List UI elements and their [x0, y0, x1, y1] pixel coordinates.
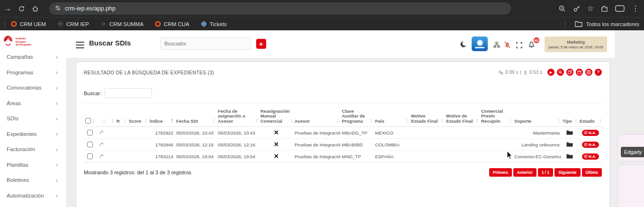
sidebar-item-facturacion[interactable]: Facturación›: [0, 142, 66, 157]
site-settings-icon[interactable]: [55, 4, 61, 13]
pagination-first-button[interactable]: Primera: [489, 168, 512, 177]
row-checkbox[interactable]: [87, 153, 93, 159]
dark-mode-icon[interactable]: [460, 41, 467, 48]
forward-icon[interactable]: →: [4, 5, 11, 12]
calendar-button[interactable]: [576, 69, 583, 76]
sort-icon: ▲▼: [337, 119, 339, 124]
notifications-bell-icon[interactable]: 43: [528, 40, 536, 50]
page: Instituto Europeo de Posgrado Buscar SDI…: [0, 30, 644, 207]
chevron-right-icon: ›: [56, 115, 58, 122]
browser-menu-icon[interactable]: ⋮: [632, 5, 639, 12]
col-soporte[interactable]: Soporte▲▼: [513, 103, 561, 127]
sidebar-item-areas[interactable]: Áreas›: [0, 96, 66, 111]
folder-icon[interactable]: [566, 130, 573, 135]
col-select-all[interactable]: ▲▼: [84, 103, 96, 127]
cell-clave: MND_TP: [340, 151, 374, 162]
home-icon[interactable]: [32, 5, 39, 12]
col-r[interactable]: R▲▼: [115, 103, 127, 127]
sitemap-icon[interactable]: [493, 42, 500, 48]
col-clave[interactable]: Clave Auxiliar de Programa▲▼: [340, 103, 374, 127]
row-checkbox[interactable]: [87, 130, 93, 135]
col-pais[interactable]: País▲▼: [374, 103, 410, 127]
iep-logo-text: Instituto Europeo de Posgrado: [16, 37, 31, 46]
zoom-icon[interactable]: [558, 5, 566, 12]
address-bar[interactable]: crm-iep.es/app.php: [49, 2, 511, 15]
pagination: Primera Anterior 1 / 1 Siguiente Último: [489, 168, 602, 177]
folder-icon[interactable]: [566, 153, 573, 159]
help-button[interactable]: ?: [595, 69, 602, 76]
global-search-input[interactable]: [160, 37, 251, 50]
sidebar-item-programas[interactable]: Programas›: [0, 65, 66, 81]
bookmark-crm-uem[interactable]: CRM UEM: [11, 21, 46, 27]
chevron-right-icon: ›: [56, 84, 58, 91]
sort-icon-active: ▲▼: [171, 119, 173, 124]
sidebar-item-campanas[interactable]: Campañas›: [0, 49, 66, 65]
all-bookmarks-button[interactable]: Todos los marcadores: [586, 21, 640, 27]
sidebar-item-plantillas[interactable]: Plantillas›: [0, 157, 66, 173]
run-button[interactable]: ▶: [547, 69, 555, 76]
cell-fecha-asignacion: 05/03/2026, 12:16: [216, 139, 259, 151]
notifications-muted-icon[interactable]: [504, 41, 511, 48]
iep-logo[interactable]: Instituto Europeo de Posgrado: [2, 35, 31, 49]
col-fecha-sdi[interactable]: Fecha SDI▲▼: [175, 103, 216, 127]
sidebar-item-automatizacion[interactable]: Automatización›: [0, 188, 66, 204]
sort-icon: ▲▼: [124, 119, 126, 124]
menu-toggle-icon[interactable]: [76, 42, 84, 50]
table-row[interactable]: 1783214 05/03/2026, 19:04 05/03/2026, 19…: [84, 151, 603, 162]
col-indice[interactable]: Índice▲▼: [148, 103, 175, 127]
col-action[interactable]: ▲▼: [96, 103, 107, 127]
table-row[interactable]: 1782922 05/03/2026, 10:43 05/03/2026, 10…: [84, 127, 603, 139]
refresh-icon[interactable]: [18, 5, 25, 12]
select-all-checkbox[interactable]: [85, 118, 91, 124]
sidebar-item-expedientes[interactable]: Expedientes›: [0, 126, 66, 142]
row-action-icon[interactable]: [99, 130, 104, 135]
table-filter-input[interactable]: [105, 88, 152, 98]
pagination-next-button[interactable]: Siguiente: [555, 168, 580, 177]
bookmark-crm-iep[interactable]: CRM IEP: [57, 21, 89, 27]
media-card-icon[interactable]: [615, 5, 625, 12]
col-tipo[interactable]: Tipo▲▼: [561, 103, 578, 127]
session-date: jueves, 5 de marzo de 2026, 19:05: [548, 45, 603, 49]
col-comercial-previo[interactable]: Comercial Previo Recupón▲▼: [480, 103, 513, 127]
pagination-current-page[interactable]: 1 / 1: [538, 168, 554, 177]
brand-tile-icon[interactable]: [472, 36, 488, 51]
row-action-icon[interactable]: [99, 154, 104, 158]
fullscreen-icon[interactable]: [516, 42, 522, 48]
col-motivo-estado[interactable]: Motivo Estado Final▲▼: [410, 103, 445, 127]
bookmark-tickets[interactable]: Tickets: [201, 21, 227, 27]
sidebar-item-sdis[interactable]: SDIs›: [0, 111, 66, 126]
row-checkbox[interactable]: [87, 142, 93, 147]
col-estado[interactable]: Estado▲▼: [578, 103, 603, 127]
bookmark-crm-summa[interactable]: CRM SUMMA: [100, 21, 143, 27]
col-motivo-de-estado[interactable]: Motivo de Estado Final▲▼: [445, 103, 480, 127]
bookmark-star-icon[interactable]: ☆: [587, 5, 594, 12]
side-widget-name-tag[interactable]: Edgarly: [621, 147, 644, 157]
session-info-box[interactable]: Marketing jueves, 5 de marzo de 2026, 19…: [545, 36, 607, 52]
add-button[interactable]: +: [256, 39, 266, 49]
col-blank[interactable]: ▲▼: [107, 103, 115, 127]
passkey-icon[interactable]: [573, 5, 580, 12]
cell-asesor: Pruebas de Integración: [293, 127, 340, 139]
search-results-button[interactable]: [557, 69, 564, 76]
chevron-right-icon: ›: [56, 130, 58, 137]
pagination-prev-button[interactable]: Anterior: [513, 168, 537, 177]
copy-button[interactable]: [566, 69, 573, 76]
sidebar-item-boletines[interactable]: Boletines›: [0, 172, 66, 188]
query-timing: 0.99 s | 0.53 s: [498, 70, 542, 75]
col-asesor[interactable]: Asesor▲▼: [293, 103, 340, 127]
col-fecha-asignacion[interactable]: Fecha de asignación a Asesor▲▼: [216, 103, 259, 127]
session-user: Marketing: [567, 40, 584, 45]
folder-icon[interactable]: [566, 142, 573, 147]
row-action-icon[interactable]: [99, 142, 104, 146]
col-score[interactable]: Score▲▼: [127, 103, 148, 127]
url-text[interactable]: crm-iep.es/app.php: [65, 5, 116, 12]
table-row[interactable]: 1782946 05/03/2026, 12:16 05/03/2026, 12…: [84, 139, 603, 151]
save-button[interactable]: [585, 69, 592, 76]
col-reasignacion[interactable]: Reasignación Manual Comercial▲▼: [259, 103, 293, 127]
side-widget-panel-bottom[interactable]: [617, 164, 644, 207]
sidebar-item-convocatorias[interactable]: Convocatorias›: [0, 80, 66, 96]
bookmark-crm-cua[interactable]: CRM CUA: [155, 21, 189, 27]
pagination-last-button[interactable]: Último: [582, 168, 602, 177]
extensions-icon[interactable]: [601, 5, 608, 12]
results-title: RESULTADO DE LA BÚSQUEDA DE EXPEDIENTES …: [84, 70, 214, 75]
